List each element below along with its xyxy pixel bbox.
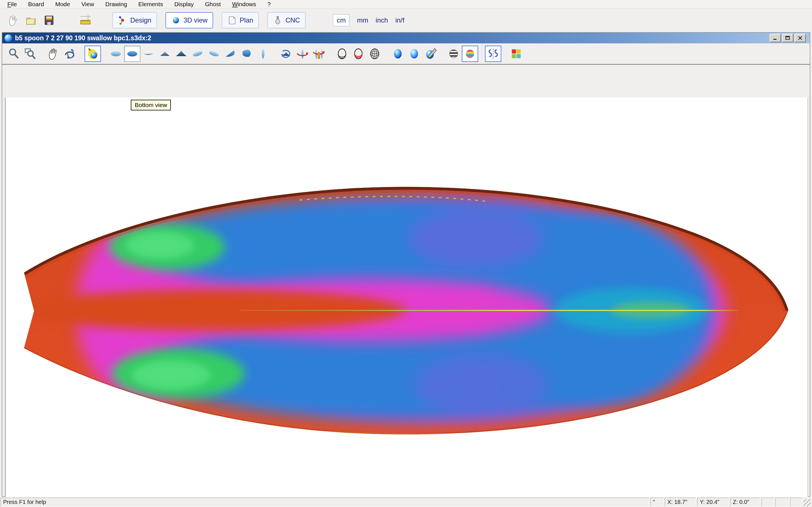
- color-settings-button[interactable]: [508, 46, 524, 62]
- shaded-sphere-icon: [391, 47, 404, 60]
- menu-elements[interactable]: Elements: [139, 1, 163, 8]
- design-mode-button[interactable]: Design: [112, 12, 157, 29]
- tooltip-text: Bottom view: [135, 102, 167, 108]
- status-y-coordinate: Y: 20.4": [697, 498, 729, 506]
- document-titlebar[interactable]: b5 spoon 7 2 27 90 190 swallow bpc1.s3dx…: [2, 33, 810, 43]
- zebra-stripes-button[interactable]: [446, 46, 462, 62]
- new-board-button[interactable]: [4, 11, 22, 29]
- perspective-top-right-icon: [207, 47, 220, 60]
- lighting-flash-icon: [86, 47, 99, 60]
- minimize-icon: [773, 36, 778, 40]
- bottom-view-button[interactable]: [124, 46, 140, 62]
- menu-mode[interactable]: Mode: [55, 1, 70, 8]
- perspective-bottom-right-icon: [240, 47, 253, 60]
- design-nodes-icon: [118, 15, 128, 25]
- save-floppy-icon: [43, 14, 56, 27]
- wireframe-button[interactable]: [366, 46, 383, 62]
- rotate-z-button[interactable]: [294, 46, 311, 62]
- canvas-3d-view[interactable]: [5, 98, 808, 507]
- rocker-view-button[interactable]: [140, 46, 157, 62]
- top-view-icon: [109, 47, 122, 60]
- zoom-window-icon: [24, 47, 37, 60]
- application-window: File Board Mode View Drawing Elements Di…: [0, 0, 812, 507]
- perspective-bottom-left-button[interactable]: [222, 46, 239, 62]
- bottom-view-icon: [126, 47, 139, 60]
- plan-sheet-icon: [227, 15, 237, 25]
- status-x-coordinate: X: 18.7": [665, 498, 696, 506]
- zebra-stripes-icon: [447, 47, 460, 60]
- tooltip: Bottom view: [131, 100, 171, 110]
- front-view-button[interactable]: [157, 46, 173, 62]
- unit-inf[interactable]: in/f: [395, 16, 404, 24]
- plan-mode-button[interactable]: Plan: [221, 12, 259, 29]
- status-empty-3: [790, 498, 802, 506]
- perspective-bottom-left-icon: [224, 47, 237, 60]
- cnc-mode-button[interactable]: CNC: [267, 12, 306, 29]
- auto-rotate-button[interactable]: [278, 46, 294, 62]
- perspective-top-right-button[interactable]: [206, 46, 222, 62]
- symmetry-icon: [487, 47, 500, 60]
- document-title: b5 spoon 7 2 27 90 190 swallow bpc1.s3dx…: [15, 34, 770, 42]
- auto-rotate-icon: [280, 47, 293, 60]
- slices-red-icon: [352, 47, 365, 60]
- menu-view[interactable]: View: [81, 1, 94, 8]
- outline-view-button[interactable]: [255, 46, 271, 62]
- curvature-map-icon: [463, 47, 476, 60]
- status-help: Press F1 for help: [1, 498, 649, 506]
- rocker-view-icon: [142, 47, 155, 60]
- perspective-top-left-button[interactable]: [190, 46, 206, 62]
- lighting-tool[interactable]: [85, 46, 101, 62]
- status-unit: ": [651, 498, 663, 506]
- zoom-tool[interactable]: [6, 46, 22, 62]
- unit-inch[interactable]: inch: [375, 16, 388, 24]
- slices-button[interactable]: [334, 46, 350, 62]
- unit-mm[interactable]: mm: [357, 16, 368, 24]
- front-view-icon: [158, 47, 171, 60]
- resize-grip[interactable]: [804, 499, 811, 506]
- close-icon: [798, 36, 803, 40]
- shaded-render-button[interactable]: [390, 46, 406, 62]
- rotate-3d-tool[interactable]: [61, 46, 78, 62]
- open-button[interactable]: [22, 11, 40, 29]
- texture-paint-icon: [424, 47, 437, 60]
- perspective-top-left-icon: [191, 47, 204, 60]
- document-window: b5 spoon 7 2 27 90 190 swallow bpc1.s3dx…: [2, 32, 810, 497]
- open-folder-icon: [24, 14, 38, 27]
- status-empty-2: [775, 498, 789, 506]
- save-button[interactable]: [40, 11, 58, 29]
- minimize-button[interactable]: [770, 34, 781, 42]
- menu-windows[interactable]: Windows: [232, 1, 256, 8]
- top-view-button[interactable]: [108, 46, 124, 62]
- glossy-render-button[interactable]: [406, 46, 422, 62]
- plan-label: Plan: [240, 16, 253, 24]
- perspective-bottom-right-button[interactable]: [239, 46, 255, 62]
- slices-red-button[interactable]: [350, 46, 366, 62]
- cnc-bit-icon: [273, 15, 283, 25]
- menu-board[interactable]: Board: [28, 1, 44, 8]
- menu-help[interactable]: ?: [267, 1, 271, 8]
- glove-pointer-icon: [6, 14, 19, 27]
- wireframe-icon: [368, 47, 381, 60]
- unit-cm[interactable]: cm: [333, 14, 350, 26]
- pan-tool[interactable]: [45, 46, 61, 62]
- maximize-button[interactable]: [782, 34, 794, 42]
- back-view-icon: [175, 47, 188, 60]
- 3d-view-mode-button[interactable]: 3D view: [165, 12, 213, 29]
- slices-icon: [336, 47, 349, 60]
- status-bar: Press F1 for help " X: 18.7" Y: 20.4" Z:…: [0, 497, 812, 507]
- zoom-window-tool[interactable]: [22, 46, 38, 62]
- flip-board-button[interactable]: [311, 46, 327, 62]
- menu-ghost[interactable]: Ghost: [205, 1, 221, 8]
- status-z-coordinate: Z: 0.0": [730, 498, 760, 506]
- dimensions-button[interactable]: [77, 11, 95, 29]
- view-toolbar: [2, 43, 810, 65]
- menu-display[interactable]: Display: [174, 1, 194, 8]
- back-view-button[interactable]: [173, 46, 190, 62]
- symmetry-button[interactable]: [485, 46, 501, 62]
- texture-paint-button[interactable]: [422, 46, 439, 62]
- menu-file[interactable]: File: [7, 1, 17, 8]
- menu-drawing[interactable]: Drawing: [105, 1, 127, 8]
- curvature-map-button[interactable]: [462, 46, 478, 62]
- close-button[interactable]: [795, 34, 806, 42]
- outline-view-icon: [257, 47, 269, 60]
